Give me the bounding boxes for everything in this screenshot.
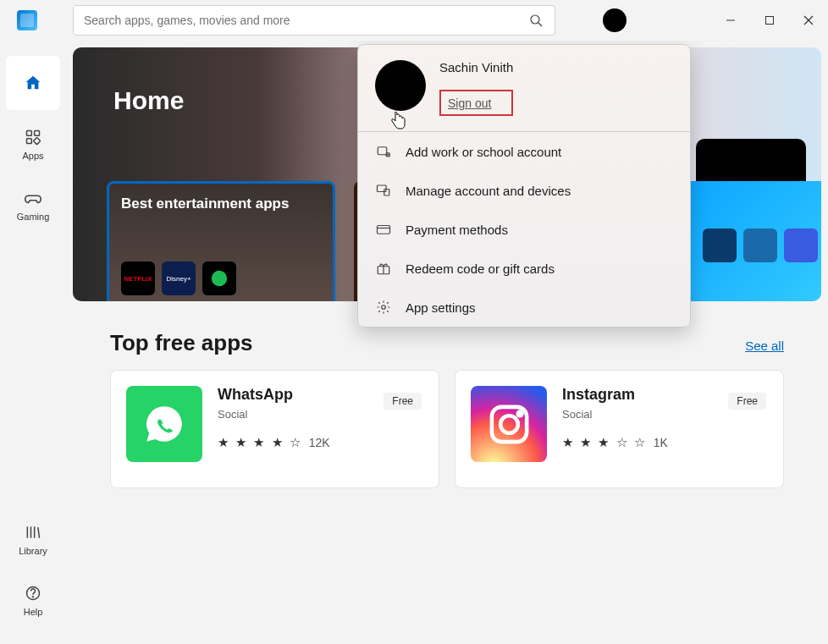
instagram-icon: [471, 386, 547, 462]
see-all-link[interactable]: See all: [745, 339, 784, 353]
menu-item-label: Manage account and devices: [406, 184, 571, 198]
price-badge: Free: [384, 393, 422, 410]
menu-item-label: App settings: [406, 300, 476, 315]
app-rating: ★ ★ ★ ☆ ☆ 1K: [562, 435, 668, 450]
menu-payment[interactable]: Payment methods: [358, 210, 690, 249]
gift-icon: [375, 260, 392, 277]
svg-point-0: [531, 15, 539, 24]
user-avatar-button[interactable]: [603, 8, 627, 32]
svg-point-31: [517, 411, 522, 416]
netflix-icon: NETFLIX: [121, 261, 155, 295]
menu-item-label: Add work or school account: [406, 145, 561, 159]
content-area: Home + Spotify Best entertainment apps N…: [66, 41, 828, 644]
search-box[interactable]: [73, 5, 555, 36]
nav-apps-label: Apps: [22, 151, 43, 161]
app-name: Instagram: [562, 386, 668, 404]
nav-help[interactable]: Help: [6, 573, 60, 627]
svg-rect-8: [27, 139, 32, 144]
menu-redeem[interactable]: Redeem code or gift cards: [358, 249, 690, 288]
nav-gaming[interactable]: Gaming: [6, 178, 60, 232]
app-thumb-icon: [784, 228, 818, 262]
menu-item-label: Payment methods: [406, 223, 508, 237]
dolby-icon: [743, 228, 777, 262]
nav-library-label: Library: [19, 546, 47, 556]
window-controls: [711, 7, 828, 34]
section-header: Top free apps See all: [110, 330, 784, 356]
svg-point-28: [382, 305, 386, 310]
user-avatar-large: [375, 60, 426, 111]
maximize-button[interactable]: [750, 7, 789, 34]
svg-point-17: [212, 271, 227, 286]
page-title: Home: [113, 86, 184, 115]
rating-count: 12K: [309, 436, 330, 449]
svg-rect-7: [35, 131, 40, 136]
nav-apps[interactable]: Apps: [6, 117, 60, 171]
minimize-button[interactable]: [711, 7, 750, 34]
app-rating: ★ ★ ★ ★ ☆ 12K: [218, 435, 330, 450]
search-input[interactable]: [84, 14, 527, 27]
svg-rect-6: [27, 131, 32, 136]
nav-help-label: Help: [24, 607, 43, 617]
svg-rect-23: [384, 190, 389, 196]
app-category: Social: [218, 408, 330, 421]
spotify-icon: [202, 261, 236, 295]
app-name: WhatsApp: [218, 386, 330, 404]
store-logo-icon: [17, 10, 37, 30]
titlebar: [0, 0, 828, 41]
devices-icon: [375, 182, 392, 199]
svg-rect-24: [378, 226, 390, 234]
signout-highlight: Sign out: [439, 90, 513, 116]
svg-line-1: [538, 23, 542, 26]
sidebar: Apps Gaming Library Help: [0, 41, 66, 644]
library-icon: [23, 522, 43, 542]
user-menu-list: Add work or school account Manage accoun…: [358, 131, 690, 327]
disney-icon: Disney+: [162, 261, 196, 295]
app-card-whatsapp[interactable]: WhatsApp Social ★ ★ ★ ★ ☆ 12K Free: [110, 370, 439, 488]
star-rating: ★ ★ ★ ★ ☆: [218, 435, 302, 450]
signout-link[interactable]: Sign out: [448, 96, 491, 110]
payment-icon: [375, 221, 392, 238]
hero-card-title: Best entertainment apps: [121, 195, 321, 212]
svg-line-13: [38, 527, 40, 538]
svg-rect-22: [378, 185, 387, 192]
user-menu-dropdown: Sachin Vinith Sign out Add work or schoo…: [357, 44, 691, 328]
thumbnail-row: NETFLIX Disney+: [121, 261, 321, 295]
hero-card-entertainment[interactable]: Best entertainment apps NETFLIX Disney+: [107, 181, 335, 301]
user-menu-header: Sachin Vinith Sign out: [358, 45, 690, 131]
app-card-instagram[interactable]: Instagram Social ★ ★ ★ ☆ ☆ 1K Free: [455, 370, 784, 488]
gear-icon: [375, 299, 392, 316]
star-rating: ★ ★ ★ ☆ ☆: [562, 435, 647, 450]
whatsapp-icon: [126, 386, 202, 462]
menu-manage-account[interactable]: Manage account and devices: [358, 171, 690, 210]
app-thumb-icon: [703, 228, 737, 262]
gaming-icon: [23, 188, 43, 208]
nav-gaming-label: Gaming: [17, 212, 50, 222]
add-account-icon: [375, 143, 392, 160]
nav-home[interactable]: [6, 56, 60, 110]
svg-point-30: [500, 416, 518, 433]
svg-point-15: [33, 597, 34, 597]
menu-add-account[interactable]: Add work or school account: [358, 132, 690, 171]
app-row: WhatsApp Social ★ ★ ★ ★ ☆ 12K Free Insta…: [73, 370, 821, 488]
rating-count: 1K: [654, 436, 668, 449]
close-button[interactable]: [789, 7, 828, 34]
apps-icon: [23, 127, 43, 147]
home-icon: [23, 73, 43, 93]
help-icon: [23, 583, 43, 603]
svg-rect-9: [33, 137, 40, 144]
price-badge: Free: [728, 393, 766, 410]
svg-rect-18: [378, 147, 387, 155]
section-title: Top free apps: [110, 330, 253, 356]
menu-item-label: Redeem code or gift cards: [406, 261, 555, 276]
app-category: Social: [562, 408, 668, 421]
user-name: Sachin Vinith: [439, 60, 513, 74]
nav-library[interactable]: Library: [6, 512, 60, 566]
svg-rect-3: [766, 17, 774, 25]
search-icon[interactable]: [527, 12, 544, 29]
menu-settings[interactable]: App settings: [358, 288, 690, 327]
